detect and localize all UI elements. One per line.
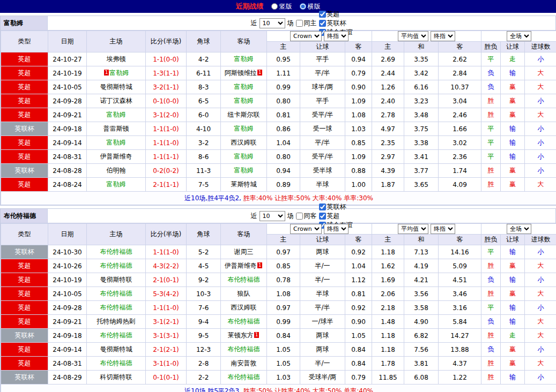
away-team-cell[interactable]: 阿斯顿维拉1: [221, 66, 267, 80]
away-team-cell[interactable]: 富勒姆: [221, 150, 267, 164]
summary-segment: 胜率:50%: [241, 387, 273, 392]
home-team-cell[interactable]: 曼彻斯特联: [87, 273, 146, 287]
score-cell[interactable]: 1-1(1-0): [146, 122, 187, 136]
away-team-cell[interactable]: 伊普斯维奇1: [221, 259, 267, 273]
away-team-cell[interactable]: 西汉姆联: [221, 136, 267, 150]
vertical-radio-input[interactable]: [271, 3, 278, 10]
euro-final-select[interactable]: 终指: [431, 224, 455, 234]
home-team-cell[interactable]: 普雷斯顿: [87, 122, 146, 136]
layout-radio-horizontal[interactable]: 横版: [300, 2, 321, 11]
same-venue-checkbox[interactable]: [296, 20, 303, 27]
score-cell[interactable]: 1-1(1-1): [146, 150, 187, 164]
euro-final-select[interactable]: 终指: [431, 31, 455, 41]
away-team-cell[interactable]: 富勒姆: [221, 94, 267, 108]
home-team-cell[interactable]: 曼彻斯特城: [87, 343, 146, 357]
score-cell[interactable]: 3-1(2-0): [146, 108, 187, 122]
horizontal-radio-input[interactable]: [300, 3, 306, 10]
home-team-cell[interactable]: 布伦特福德: [87, 329, 146, 343]
home-team-cell[interactable]: 布伦特福德: [87, 357, 146, 371]
home-team-cell[interactable]: 富勒姆: [87, 136, 146, 150]
away-team-cell[interactable]: 南安普敦: [221, 357, 267, 371]
home-team-cell[interactable]: 布伦特福德: [87, 245, 146, 259]
home-team-cell[interactable]: 科切斯特联: [87, 371, 146, 385]
asian-final-select[interactable]: 终指: [324, 31, 349, 41]
same-venue-filter[interactable]: 同主: [296, 19, 317, 28]
away-team-cell[interactable]: 布伦特福德: [221, 273, 267, 287]
away-team-cell[interactable]: 富勒姆: [221, 122, 267, 136]
league-filter[interactable]: 英联杯: [319, 19, 353, 28]
league-filter-checkbox[interactable]: [319, 213, 326, 220]
same-venue-filter[interactable]: 同客: [296, 212, 317, 221]
away-team-cell[interactable]: 富勒姆: [221, 52, 267, 66]
away-team-cell[interactable]: 布伦特福德: [221, 315, 267, 329]
score-cell[interactable]: 2-1(1-1): [146, 178, 187, 192]
score-cell[interactable]: 0-2(0-2): [146, 164, 187, 178]
match-count-select[interactable]: 10: [260, 211, 285, 221]
score-cell[interactable]: 0-1(0-1): [146, 371, 187, 385]
bookmaker-select[interactable]: Crown: [290, 224, 322, 234]
layout-radio-vertical[interactable]: 竖版: [271, 2, 292, 11]
home-team-cell[interactable]: 富勒姆: [87, 178, 146, 192]
away-team-cell[interactable]: 谢周三: [221, 245, 267, 259]
bookmaker-select[interactable]: Crown: [290, 31, 322, 41]
home-team-cell[interactable]: 伯明翰: [87, 164, 146, 178]
asian-final-select[interactable]: 终指: [324, 224, 349, 234]
home-team-cell[interactable]: 埃弗顿: [87, 52, 146, 66]
score-cell[interactable]: 2-1(2-1): [146, 343, 187, 357]
score-cell[interactable]: 1-3(1-1): [146, 66, 187, 80]
away-team-cell[interactable]: 布伦特福德: [221, 371, 267, 385]
euro-average-select[interactable]: 平均值: [398, 224, 428, 234]
away-team-cell[interactable]: 富勒姆: [221, 80, 267, 94]
match-count-select[interactable]: 10: [260, 18, 285, 28]
away-team-cell[interactable]: 莱斯特城: [221, 178, 267, 192]
euro-average-select[interactable]: 平均值: [398, 31, 428, 41]
score-cell[interactable]: 3-2(1-1): [146, 80, 187, 94]
league-type-cell: 英联杯: [1, 329, 48, 343]
match-row: 英超24-10-05布伦特福德5-3(4-2)10-3狼队1.08半球0.812…: [1, 287, 556, 301]
score-cell[interactable]: 3-1(2-1): [146, 315, 187, 329]
score-cell[interactable]: 1-1(1-0): [146, 245, 187, 259]
score-cell[interactable]: 5-3(4-2): [146, 287, 187, 301]
score-cell[interactable]: 2-1(0-1): [146, 273, 187, 287]
fulltime-scope-select[interactable]: 全场: [507, 224, 531, 234]
score-cell[interactable]: 3-1(1-0): [146, 357, 187, 371]
score-cell[interactable]: 3-1(3-1): [146, 329, 187, 343]
league-filter[interactable]: 英联杯: [319, 202, 353, 212]
result-cell: 负: [481, 80, 501, 94]
away-team-cell[interactable]: 富勒姆: [221, 164, 267, 178]
league-filter-checkbox[interactable]: [319, 20, 326, 27]
league-type-cell: 英超: [1, 178, 48, 192]
asian-odds-select-cell: Crown 终指: [267, 224, 372, 235]
home-team-cell[interactable]: 布伦特福德: [87, 301, 146, 315]
score-cell[interactable]: 1-1(1-0): [146, 136, 187, 150]
league-filter-checkbox[interactable]: [319, 203, 326, 210]
away-team-cell[interactable]: 纽卡斯尔联: [221, 108, 267, 122]
home-team-cell[interactable]: 富勒姆: [87, 108, 146, 122]
score-cell[interactable]: 1-1(1-0): [146, 301, 187, 315]
fulltime-scope-select[interactable]: 全场: [507, 31, 531, 41]
league-type-cell: 英联杯: [1, 245, 48, 259]
score-cell[interactable]: 0-1(0-0): [146, 94, 187, 108]
away-team-cell[interactable]: 西汉姆联: [221, 301, 267, 315]
date-cell: 24-09-21: [48, 315, 87, 329]
score-cell[interactable]: 4-3(2-2): [146, 259, 187, 273]
home-team-cell[interactable]: 诺丁汉森林: [87, 94, 146, 108]
date-cell: 24-10-05: [48, 80, 87, 94]
same-venue-checkbox[interactable]: [296, 213, 303, 220]
score-cell[interactable]: 1-1(0-0): [146, 52, 187, 66]
home-team-cell[interactable]: 曼彻斯特城: [87, 80, 146, 94]
result-cell: 胜: [481, 164, 501, 178]
date-cell: 24-10-27: [48, 52, 87, 66]
home-team-cell[interactable]: 布伦特福德: [87, 259, 146, 273]
league-filter[interactable]: 英超: [319, 212, 353, 221]
home-team-cell[interactable]: 伊普斯维奇: [87, 150, 146, 164]
away-team-cell[interactable]: 狼队: [221, 287, 267, 301]
team-name-text: 布伦特福德: [100, 248, 132, 255]
league-filter[interactable]: 英超: [319, 10, 353, 19]
away-team-cell[interactable]: 布伦特福德: [221, 343, 267, 357]
league-filter-checkbox[interactable]: [319, 11, 326, 18]
away-team-cell[interactable]: 莱顿东方1: [221, 329, 267, 343]
home-team-cell[interactable]: 托特纳姆热刺: [87, 315, 146, 329]
home-team-cell[interactable]: 布伦特福德: [87, 287, 146, 301]
home-team-cell[interactable]: 1富勒姆: [87, 66, 146, 80]
